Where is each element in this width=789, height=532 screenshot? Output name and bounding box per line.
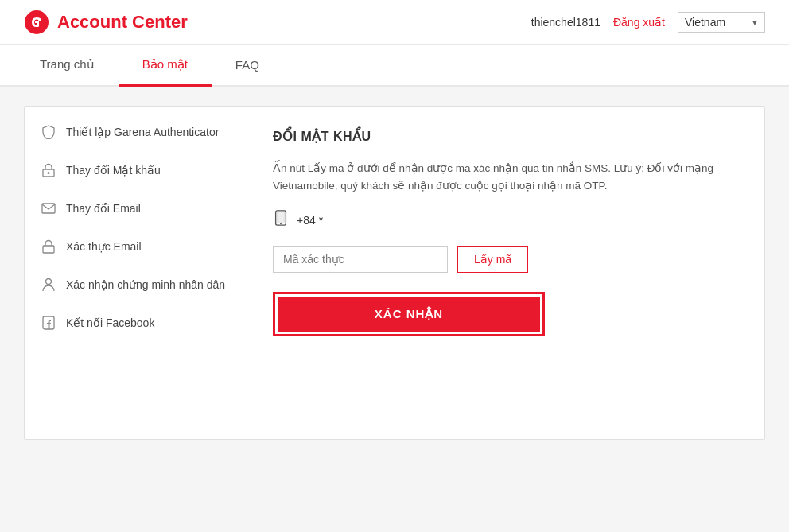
section-title: ĐỔI MẬT KHẨU — [273, 129, 739, 144]
svg-point-2 — [48, 172, 50, 174]
svg-rect-3 — [42, 204, 55, 213]
garena-logo-icon — [24, 10, 49, 35]
sidebar-item-facebook-label: Kết nối Facebook — [66, 316, 154, 329]
svg-point-9 — [280, 223, 282, 225]
otp-form-row: Lấy mã — [273, 246, 739, 273]
logout-button[interactable]: Đăng xuất — [613, 16, 665, 29]
app-title: Account Center — [57, 12, 188, 33]
sidebar-item-change-password-label: Thay đổi Mật khẩu — [66, 164, 161, 177]
svg-point-5 — [46, 279, 52, 285]
phone-icon — [273, 210, 289, 230]
header-right: thienchel1811 Đăng xuất Vietnam Thailand… — [531, 12, 765, 33]
tab-home[interactable]: Trang chủ — [16, 45, 119, 87]
tab-security[interactable]: Bảo mật — [119, 45, 212, 87]
description-text: Ấn nút Lấy mã ở dưới để nhận được mã xác… — [273, 160, 734, 194]
lock-small-icon — [41, 239, 56, 254]
shield-icon — [41, 124, 56, 140]
email-icon — [41, 200, 56, 216]
sidebar-item-verify-id[interactable]: Xác nhận chứng minh nhân dân — [25, 266, 247, 304]
main-content: Thiết lập Garena Authenticator Thay đổi … — [0, 87, 789, 459]
otp-input[interactable] — [273, 246, 448, 273]
sidebar-item-verify-email-label: Xác thực Email — [66, 240, 142, 253]
person-icon — [41, 277, 56, 293]
sidebar-item-verify-email[interactable]: Xác thực Email — [25, 227, 247, 266]
sidebar-item-facebook[interactable]: Kết nối Facebook — [25, 304, 247, 342]
confirm-button-wrapper: XÁC NHẬN — [273, 292, 545, 336]
username-label: thienchel1811 — [531, 16, 600, 29]
sidebar-item-change-email-label: Thay đổi Email — [66, 202, 141, 215]
header: Account Center thienchel1811 Đăng xuất V… — [0, 0, 789, 45]
sidebar-item-change-email[interactable]: Thay đổi Email — [25, 189, 247, 227]
get-code-button[interactable]: Lấy mã — [457, 246, 528, 273]
tab-faq[interactable]: FAQ — [212, 45, 283, 87]
svg-rect-8 — [277, 212, 284, 223]
content-card: Thiết lập Garena Authenticator Thay đổi … — [24, 106, 765, 440]
facebook-icon — [41, 315, 56, 331]
svg-rect-4 — [43, 246, 54, 253]
sidebar-item-change-password[interactable]: Thay đổi Mật khẩu — [25, 151, 247, 189]
country-select[interactable]: Vietnam Thailand Singapore — [678, 12, 765, 33]
main-panel: ĐỔI MẬT KHẨU Ấn nút Lấy mã ở dưới để nhậ… — [247, 107, 764, 439]
header-left: Account Center — [24, 10, 188, 35]
phone-number: +84 * — [297, 214, 323, 227]
sidebar-item-authenticator-label: Thiết lập Garena Authenticator — [66, 126, 219, 138]
sidebar-item-authenticator[interactable]: Thiết lập Garena Authenticator — [25, 113, 247, 151]
sidebar-item-verify-id-label: Xác nhận chứng minh nhân dân — [66, 278, 225, 291]
country-selector-wrapper: Vietnam Thailand Singapore — [678, 12, 765, 33]
nav-tabs: Trang chủ Bảo mật FAQ — [0, 45, 789, 87]
phone-display: +84 * — [273, 210, 739, 230]
sidebar: Thiết lập Garena Authenticator Thay đổi … — [25, 107, 247, 439]
lock-icon — [41, 162, 56, 178]
confirm-button[interactable]: XÁC NHẬN — [278, 297, 540, 332]
